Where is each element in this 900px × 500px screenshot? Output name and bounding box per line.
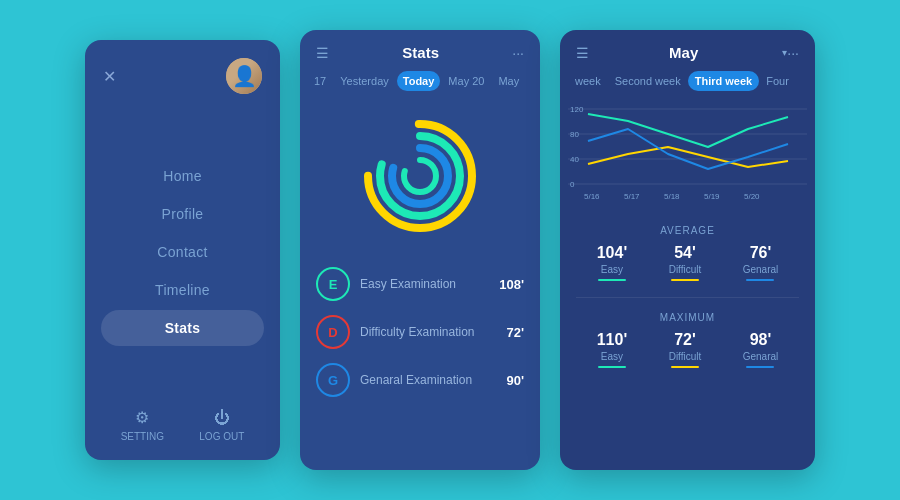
max-easy-name: Easy bbox=[601, 351, 623, 362]
menu-header: ✕ bbox=[85, 58, 280, 106]
week-tab-third[interactable]: Third week bbox=[688, 71, 759, 91]
avg-difficult-value: 54' bbox=[674, 244, 696, 262]
maximum-section: MAXIMUM 110' Easy 72' Difficult 98' Gena… bbox=[560, 304, 815, 378]
chart-header: ☰ May ▾ ··· bbox=[560, 30, 815, 71]
max-easy: 110' Easy bbox=[597, 331, 628, 368]
more-icon[interactable]: ··· bbox=[512, 45, 524, 61]
logout-label: LOG OUT bbox=[199, 431, 244, 442]
max-general-name: Genaral bbox=[743, 351, 779, 362]
exam-value-difficulty: 72' bbox=[506, 325, 524, 340]
svg-text:5/16: 5/16 bbox=[584, 192, 600, 201]
avg-difficult: 54' Difficult bbox=[669, 244, 702, 281]
week-tab-fourth[interactable]: Four bbox=[759, 71, 796, 91]
average-label: AVERAGE bbox=[576, 225, 799, 236]
maximum-row: 110' Easy 72' Difficult 98' Genaral bbox=[576, 331, 799, 368]
avg-easy-line bbox=[598, 279, 626, 281]
chart-title-row: May ▾ bbox=[589, 44, 787, 61]
exam-item-general: G Genaral Examination 90' bbox=[316, 363, 524, 397]
exam-item-easy: E Easy Examination 108' bbox=[316, 267, 524, 301]
badge-general: G bbox=[316, 363, 350, 397]
avg-difficult-line bbox=[671, 279, 699, 281]
stats-title: Stats bbox=[329, 44, 512, 61]
logout-icon: ⏻ bbox=[214, 409, 230, 427]
menu-item-home[interactable]: Home bbox=[85, 158, 280, 194]
avg-easy-name: Easy bbox=[601, 264, 623, 275]
svg-text:5/18: 5/18 bbox=[664, 192, 680, 201]
avatar-image bbox=[226, 58, 262, 94]
exam-list: E Easy Examination 108' D Difficulty Exa… bbox=[300, 257, 540, 407]
tab-yesterday[interactable]: Yesterday bbox=[334, 71, 395, 91]
arc-chart bbox=[355, 111, 485, 241]
avg-general-line bbox=[746, 279, 774, 281]
max-difficult-name: Difficult bbox=[669, 351, 702, 362]
tab-today[interactable]: Today bbox=[397, 71, 441, 91]
svg-text:120: 120 bbox=[570, 105, 584, 114]
tab-may20[interactable]: May 20 bbox=[442, 71, 490, 91]
exam-value-general: 90' bbox=[506, 373, 524, 388]
menu-item-stats[interactable]: Stats bbox=[101, 310, 264, 346]
chart-panel: ☰ May ▾ ··· week Second week Third week … bbox=[560, 30, 815, 470]
average-section: AVERAGE 104' Easy 54' Difficult 76' Gena… bbox=[560, 217, 815, 291]
settings-label: SETTING bbox=[121, 431, 164, 442]
svg-text:5/19: 5/19 bbox=[704, 192, 720, 201]
svg-point-2 bbox=[392, 148, 448, 204]
app-container: ✕ Home Profile Contact Timeline Stats ⚙ … bbox=[0, 0, 900, 500]
svg-text:40: 40 bbox=[570, 155, 579, 164]
chart-more-icon[interactable]: ··· bbox=[787, 45, 799, 61]
stats-panel: ☰ Stats ··· 17 Yesterday Today May 20 Ma… bbox=[300, 30, 540, 470]
chart-title: May bbox=[589, 44, 778, 61]
badge-easy: E bbox=[316, 267, 350, 301]
tab-17[interactable]: 17 bbox=[308, 71, 332, 91]
avg-easy-value: 104' bbox=[597, 244, 628, 262]
exam-label-general: Genaral Examination bbox=[360, 373, 496, 387]
close-icon[interactable]: ✕ bbox=[103, 67, 116, 86]
svg-text:5/20: 5/20 bbox=[744, 192, 760, 201]
avatar[interactable] bbox=[226, 58, 262, 94]
avg-general-name: Genaral bbox=[743, 264, 779, 275]
svg-point-3 bbox=[404, 160, 436, 192]
arc-chart-area bbox=[300, 101, 540, 257]
hamburger-icon[interactable]: ☰ bbox=[316, 45, 329, 61]
stats-header: ☰ Stats ··· bbox=[300, 30, 540, 71]
exam-label-easy: Easy Examination bbox=[360, 277, 489, 291]
svg-text:80: 80 bbox=[570, 130, 579, 139]
menu-footer: ⚙ SETTING ⏻ LOG OUT bbox=[85, 398, 280, 442]
avg-easy: 104' Easy bbox=[597, 244, 628, 281]
exam-label-difficulty: Difficulty Examination bbox=[360, 325, 496, 339]
stats-tabs: 17 Yesterday Today May 20 May bbox=[300, 71, 540, 101]
menu-item-timeline[interactable]: Timeline bbox=[85, 272, 280, 308]
svg-text:5/17: 5/17 bbox=[624, 192, 640, 201]
avg-general-value: 76' bbox=[750, 244, 772, 262]
week-tab-first[interactable]: week bbox=[568, 71, 608, 91]
section-divider bbox=[576, 297, 799, 298]
average-row: 104' Easy 54' Difficult 76' Genaral bbox=[576, 244, 799, 281]
max-difficult: 72' Difficult bbox=[669, 331, 702, 368]
svg-text:0: 0 bbox=[570, 180, 575, 189]
week-tabs: week Second week Third week Four bbox=[560, 71, 815, 99]
max-difficult-line bbox=[671, 366, 699, 368]
line-chart: 120 80 40 0 5/16 5/17 5/18 5/19 5/20 bbox=[568, 99, 807, 209]
maximum-label: MAXIMUM bbox=[576, 312, 799, 323]
menu-item-profile[interactable]: Profile bbox=[85, 196, 280, 232]
max-general-value: 98' bbox=[750, 331, 772, 349]
avg-general: 76' Genaral bbox=[743, 244, 779, 281]
week-tab-second[interactable]: Second week bbox=[608, 71, 688, 91]
tab-may[interactable]: May bbox=[492, 71, 525, 91]
logout-button[interactable]: ⏻ LOG OUT bbox=[199, 409, 244, 442]
menu-panel: ✕ Home Profile Contact Timeline Stats ⚙ … bbox=[85, 40, 280, 460]
exam-item-difficulty: D Difficulty Examination 72' bbox=[316, 315, 524, 349]
settings-button[interactable]: ⚙ SETTING bbox=[121, 408, 164, 442]
line-chart-area: 120 80 40 0 5/16 5/17 5/18 5/19 5/20 bbox=[560, 99, 815, 217]
max-difficult-value: 72' bbox=[674, 331, 696, 349]
menu-item-contact[interactable]: Contact bbox=[85, 234, 280, 270]
max-easy-line bbox=[598, 366, 626, 368]
avg-difficult-name: Difficult bbox=[669, 264, 702, 275]
exam-value-easy: 108' bbox=[499, 277, 524, 292]
max-easy-value: 110' bbox=[597, 331, 628, 349]
max-general-line bbox=[746, 366, 774, 368]
settings-icon: ⚙ bbox=[135, 408, 149, 427]
badge-difficulty: D bbox=[316, 315, 350, 349]
max-general: 98' Genaral bbox=[743, 331, 779, 368]
menu-items-list: Home Profile Contact Timeline Stats bbox=[85, 106, 280, 398]
chart-hamburger-icon[interactable]: ☰ bbox=[576, 45, 589, 61]
